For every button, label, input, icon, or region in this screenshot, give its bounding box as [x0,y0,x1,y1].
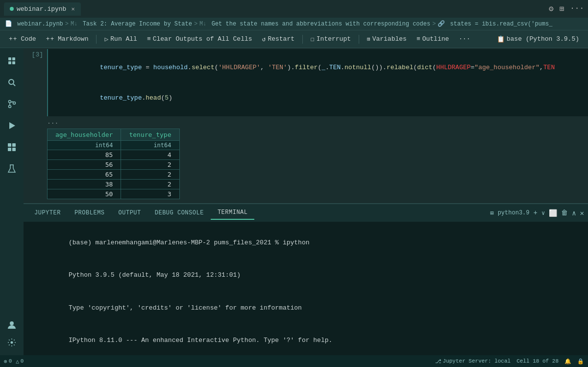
status-errors[interactable]: ⊗ 0 [4,358,12,365]
table-row: 382 [48,180,180,189]
variables-icon: ⊞ [367,36,370,42]
breadcrumb-file[interactable]: 📄 webinar.ipynb [5,20,63,27]
toolbar-separator3 [359,35,359,44]
svg-rect-11 [12,143,16,147]
col-tenure-dtype: int64 [121,141,179,150]
cell-3-content[interactable]: tenure_type = household.select('HHLDRAGE… [47,49,588,116]
activity-search[interactable] [3,74,21,91]
panel-tab-problems[interactable]: PROBLEMS [68,207,112,219]
breadcrumb-item3[interactable]: 🔗 states = ibis.read_csv('pums_ [438,20,552,27]
terminal-chevron-button[interactable]: ∨ [541,210,545,217]
table-row: 503 [48,189,180,199]
terminal-shell-icon: ⊞ [490,210,493,217]
breadcrumb-sep1: > [65,21,69,27]
warning-icon: △ [16,358,19,365]
panel-tab-terminal[interactable]: TERMINAL [211,206,255,220]
cell-position-status[interactable]: Cell 18 of 28 [516,358,559,364]
panel: JUPYTER PROBLEMS OUTPUT DEBUG CONSOLE TE… [24,203,588,355]
restart-button[interactable]: ↺ Restart [258,34,298,45]
panel-tab-debug-console[interactable]: DEBUG CONSOLE [148,207,211,219]
status-warnings[interactable]: △ 0 [16,358,24,365]
more-button[interactable]: ··· [455,34,474,44]
svg-marker-9 [9,122,15,129]
settings-icon[interactable]: ⚙ [549,4,554,14]
svg-point-6 [9,101,11,103]
toolbar: + + Code + + Markdown ▷ Run All ≡ Clear … [0,30,588,48]
table-row: 854 [48,150,180,160]
outline-icon: ≡ [416,35,420,43]
panel-tab-output[interactable]: OUTPUT [112,207,148,219]
layout-icon[interactable]: ⊞ [560,4,564,14]
table-row: 652 [48,170,180,180]
jupyter-server-status[interactable]: ⎇ Jupyter Server: local [435,358,511,365]
breadcrumb-sep3: > [432,21,436,27]
breadcrumb-item2[interactable]: M↓ Get the state names and abbreviations… [199,21,430,27]
activity-settings[interactable] [3,334,21,351]
outline-button[interactable]: ≡ Outline [413,34,453,44]
cell-position-label: Cell 18 of 28 [516,358,559,364]
terminal-split-button[interactable]: ⬜ [549,209,557,217]
title-bar: webinar.ipynb ✕ ⚙ ⊞ ··· [0,0,588,18]
breadcrumb-item1[interactable]: M↓ Task 2: Average Income by State [71,21,192,27]
activity-bar-bottom [3,316,21,351]
panel-tab-right: ⊞ python3.9 + ∨ ⬜ 🗑 ∧ ✕ [490,209,584,217]
svg-rect-2 [8,61,11,64]
activity-bar [0,48,24,355]
lock-icon: 🔒 [577,358,584,365]
svg-rect-3 [12,61,15,64]
tab-close-icon[interactable]: ✕ [71,5,74,13]
panel-close-button[interactable]: ✕ [580,209,584,217]
run-all-button[interactable]: ▷ Run All [100,34,141,45]
variables-button[interactable]: ⊞ Variables [363,34,411,44]
status-left: ⊗ 0 △ 0 [4,358,24,365]
restart-icon: ↺ [262,35,266,43]
code-line-1: tenure_type = household.select('HHLDRAGE… [54,53,582,82]
notebook-area: [3] tenure_type = household.select('HHLD… [24,48,588,203]
cell-3: [3] tenure_type = household.select('HHLD… [24,48,588,117]
breadcrumb-sep2: > [194,21,197,27]
add-code-button[interactable]: + + Code [5,34,40,44]
panel-tab-jupyter[interactable]: JUPYTER [27,207,68,219]
notification-icon[interactable]: 🔔 [564,358,571,365]
kernel-selector[interactable]: 📋 base (Python 3.9.5) [493,34,583,45]
terminal-line-1: (base) marlenemhangami@Marlenes-MBP-2 pu… [30,227,581,259]
add-markdown-button[interactable]: + + Markdown [42,34,93,44]
activity-source-control[interactable] [3,95,21,113]
activity-flask[interactable] [3,160,21,178]
error-icon: ⊗ [4,358,7,365]
svg-line-5 [13,84,15,86]
main-area: [3] tenure_type = household.select('HHLD… [0,48,588,355]
status-bar: ⊗ 0 △ 0 ⎇ Jupyter Server: local Cell 18 … [0,355,588,367]
clear-outputs-button[interactable]: ≡ Clear Outputs of All Cells [143,34,256,44]
warning-count: 0 [21,358,24,364]
data-table-wrapper: age_householder tenure_type int64 int64 … [47,129,180,199]
title-bar-actions: ⚙ ⊞ ··· [549,4,584,14]
file-tab[interactable]: webinar.ipynb ✕ [4,2,81,16]
breadcrumb: 📄 webinar.ipynb > M↓ Task 2: Average Inc… [0,18,588,30]
data-table: age_householder tenure_type int64 int64 … [47,129,180,199]
toolbar-right: 📋 base (Python 3.9.5) [493,34,583,45]
jupyter-server-label: Jupyter Server: local [443,358,511,364]
svg-rect-12 [8,148,11,151]
panel-tabs: JUPYTER PROBLEMS OUTPUT DEBUG CONSOLE TE… [24,204,588,222]
toolbar-separator2 [302,35,303,44]
activity-run-debug[interactable] [3,117,21,134]
activity-explorer[interactable] [3,52,21,70]
terminal-add-button[interactable]: + [533,209,537,217]
plus-icon: + [9,35,13,43]
terminal-trash-button[interactable]: 🗑 [561,209,568,217]
run-all-icon: ▷ [104,35,108,43]
col-age-header: age_householder [48,129,121,141]
activity-account[interactable] [3,316,21,334]
bell-icon: 🔔 [564,358,571,365]
more-icon[interactable]: ··· [570,4,584,14]
panel-chevron-up-button[interactable]: ∧ [572,209,576,217]
col-age-dtype: int64 [48,141,121,150]
svg-rect-0 [8,57,11,60]
terminal-line-3: Type 'copyright', 'credits' or 'license'… [30,292,581,324]
lock-status[interactable]: 🔒 [577,358,584,365]
error-count: 0 [9,358,12,364]
interrupt-button[interactable]: ☐ Interrupt [307,34,355,45]
activity-extensions[interactable] [3,138,21,156]
terminal-content[interactable]: (base) marlenemhangami@Marlenes-MBP-2 pu… [24,222,588,355]
